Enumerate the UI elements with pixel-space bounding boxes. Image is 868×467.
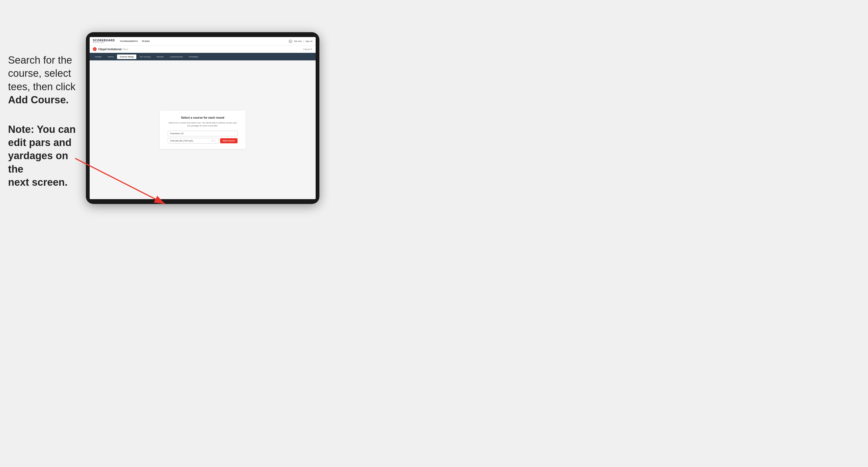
annotation-line2: course, select xyxy=(8,68,71,79)
tablet-frame: SCOREBOARD Powered by clippd TOURNAMENTS… xyxy=(86,32,319,204)
cancel-button[interactable]: Cancel ✕ xyxy=(303,48,312,51)
logo-sub: Powered by clippd xyxy=(93,42,115,43)
tab-results[interactable]: Results xyxy=(154,55,166,59)
user-name: Test User xyxy=(294,40,302,42)
tournament-logo: C xyxy=(93,47,97,51)
note-line4: next screen. xyxy=(8,177,68,188)
top-nav: SCOREBOARD Powered by clippd TOURNAMENTS… xyxy=(90,37,316,45)
note-line3: yardages on the xyxy=(8,150,68,175)
sign-out-link[interactable]: Sign out xyxy=(305,40,312,42)
main-content: Select a course for each round Search fo… xyxy=(90,60,316,199)
nav-right: T Test User | Sign out xyxy=(288,39,312,43)
note-line1: Note: You can xyxy=(8,124,76,135)
tee-value: Gold (M) (M) (7010 yds) xyxy=(170,139,193,142)
note-line2: edit pars and xyxy=(8,137,72,148)
tab-teams[interactable]: Teams xyxy=(105,55,117,59)
card-description: Search for a course and select a tee. Yo… xyxy=(168,121,238,127)
course-search-wrap xyxy=(168,130,238,136)
nav-links: TOURNAMENTS TEAMS xyxy=(120,40,288,42)
annotation-line1: Search for the xyxy=(8,55,72,66)
nav-teams[interactable]: TEAMS xyxy=(142,40,150,42)
tournament-subtitle: (Men) xyxy=(123,48,128,51)
tee-controls: ✕ ⌄ xyxy=(212,139,216,142)
tablet-screen: SCOREBOARD Powered by clippd TOURNAMENTS… xyxy=(90,37,316,199)
tab-bar: Details Teams Course Setup Tee Groups Re… xyxy=(90,53,316,60)
tab-leaderboards[interactable]: Leaderboards xyxy=(167,55,185,59)
tab-course-setup[interactable]: Course Setup xyxy=(117,55,136,59)
tournament-title: Clippd Invitational xyxy=(98,48,122,51)
tournament-header: C Clippd Invitational (Men) Cancel ✕ xyxy=(90,45,316,53)
add-course-button[interactable]: Add Course xyxy=(220,138,238,143)
tee-select-wrap: Gold (M) (M) (7010 yds) ✕ ⌄ Add Course xyxy=(168,138,238,144)
annotation-bold: Add Course. xyxy=(8,94,69,105)
annotation-note: Note: You can edit pars and yardages on … xyxy=(8,123,83,189)
user-avatar: T xyxy=(288,39,292,43)
card-title: Select a course for each round xyxy=(168,116,238,119)
course-search-input[interactable] xyxy=(168,131,238,136)
tee-expand-icon[interactable]: ⌄ xyxy=(214,139,216,142)
left-annotation: Search for the course, select tees, then… xyxy=(8,54,83,189)
course-card: Select a course for each round Search fo… xyxy=(160,111,246,149)
logo-area: SCOREBOARD Powered by clippd xyxy=(93,39,115,43)
nav-tournaments[interactable]: TOURNAMENTS xyxy=(120,40,138,42)
annotation-line3: tees, then click xyxy=(8,81,75,92)
tee-select[interactable]: Gold (M) (M) (7010 yds) ✕ ⌄ xyxy=(168,138,218,144)
tab-tee-groups[interactable]: Tee Groups xyxy=(137,55,153,59)
nav-separator: | xyxy=(303,40,304,42)
tee-clear-icon[interactable]: ✕ xyxy=(212,139,214,142)
tab-details[interactable]: Details xyxy=(92,55,104,59)
tab-printables[interactable]: Printables xyxy=(186,55,201,59)
